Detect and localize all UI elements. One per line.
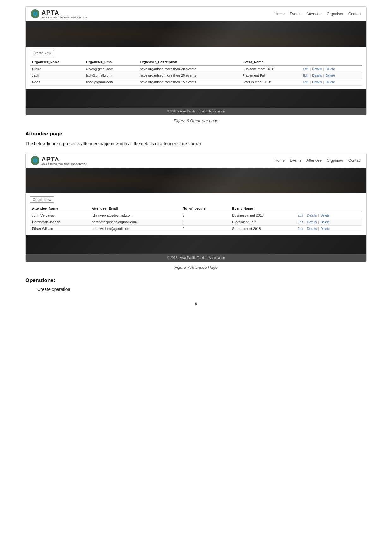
organiser-footer: © 2018 - Asia Pacific Tourism Associatio… bbox=[26, 108, 366, 115]
organiser-actions-1: Edit | Details | Delete bbox=[301, 72, 362, 79]
nav-events[interactable]: Events bbox=[290, 12, 301, 16]
organiser-event-0: Business meet 2018 bbox=[241, 65, 301, 72]
details-link-1[interactable]: Details bbox=[312, 74, 322, 77]
organiser-desc-1: have organised more then 25 events bbox=[138, 72, 241, 79]
operations-heading: Operations: bbox=[25, 277, 367, 284]
table-row: Noah noah@gmail.com have organised more … bbox=[30, 79, 362, 86]
attendee-section-para: The below figure represents attendee pag… bbox=[25, 140, 367, 147]
att-nav-events[interactable]: Events bbox=[290, 158, 301, 163]
col-organiser-description: Organiser_Description bbox=[138, 59, 241, 65]
attendee-nav-links: Home Events Attendee Organiser Contact bbox=[274, 158, 361, 163]
attendee-table: Attendee_Name Attendee_Email No_of_peopl… bbox=[30, 205, 362, 232]
organiser-bottom-hero bbox=[26, 89, 366, 108]
att-people-0: 7 bbox=[181, 212, 230, 219]
delete-link-0[interactable]: Delete bbox=[326, 67, 335, 71]
organiser-table: Organiser_Name Organiser_Email Organiser… bbox=[30, 59, 362, 86]
organiser-hero bbox=[26, 21, 366, 47]
organiser-caption: Figure 6 Organiser page bbox=[25, 118, 367, 123]
attendee-logo-subtitle: ASIA PACIFIC TOURISM ASSOCIATION bbox=[41, 163, 87, 165]
nav-contact[interactable]: Contact bbox=[348, 12, 361, 16]
edit-link-0[interactable]: Edit bbox=[303, 67, 308, 71]
attendee-caption: Figure 7 Attendee Page bbox=[25, 265, 367, 270]
att-details-2[interactable]: Details bbox=[307, 227, 317, 231]
logo-text: APTA bbox=[41, 9, 59, 16]
op-text-1: Create operation bbox=[37, 287, 70, 292]
organiser-email-2: noah@gmail.com bbox=[84, 79, 138, 86]
att-email-2: ethanwilliam@gmail.com bbox=[90, 226, 181, 232]
nav-home[interactable]: Home bbox=[274, 12, 285, 16]
organiser-name-2: Noah bbox=[30, 79, 84, 86]
organiser-event-2: Startup meet 2018 bbox=[241, 79, 301, 86]
attendee-nav: 🌐 APTA ASIA PACIFIC TOURISM ASSOCIATION … bbox=[26, 153, 366, 168]
attendee-bottom-hero bbox=[26, 235, 366, 254]
att-nav-home[interactable]: Home bbox=[274, 158, 285, 163]
attendee-logo-text-block: APTA ASIA PACIFIC TOURISM ASSOCIATION bbox=[41, 156, 87, 165]
att-nav-organiser[interactable]: Organiser bbox=[327, 158, 343, 163]
att-details-0[interactable]: Details bbox=[307, 214, 317, 217]
app-logo: 🌐 APTA ASIA PACIFIC TOURISM ASSOCIATION bbox=[31, 9, 87, 19]
organiser-table-header: Organiser_Name Organiser_Email Organiser… bbox=[30, 59, 362, 65]
nav-organiser[interactable]: Organiser bbox=[327, 12, 343, 16]
organiser-actions-0: Edit | Details | Delete bbox=[301, 65, 362, 72]
col-organiser-name: Organiser_Name bbox=[30, 59, 84, 65]
att-delete-0[interactable]: Delete bbox=[320, 214, 329, 217]
attendee-section-heading: Attendee page bbox=[25, 131, 367, 137]
details-link-2[interactable]: Details bbox=[312, 81, 322, 84]
att-actions-0: Edit | Details | Delete bbox=[296, 212, 362, 219]
att-edit-2[interactable]: Edit bbox=[298, 227, 303, 231]
att-event-2: Startup meet 2018 bbox=[230, 226, 296, 232]
logo-subtitle: ASIA PACIFIC TOURISM ASSOCIATION bbox=[41, 16, 87, 19]
organiser-content: Create New Organiser_Name Organiser_Emai… bbox=[26, 47, 366, 89]
attendee-footer: © 2018 - Asia Pacific Tourism Associatio… bbox=[26, 254, 366, 262]
table-row: Jack jack@gmail.com have organised more … bbox=[30, 72, 362, 79]
att-name-0: John Vervatos bbox=[30, 212, 90, 219]
att-delete-1[interactable]: Delete bbox=[320, 220, 329, 224]
attendee-logo-icon: 🌐 bbox=[31, 156, 39, 165]
organiser-actions-2: Edit | Details | Delete bbox=[301, 79, 362, 86]
att-email-1: harringtonjoseph@gmail.com bbox=[90, 219, 181, 226]
details-link-0[interactable]: Details bbox=[312, 67, 322, 71]
col-attendee-name: Attendee_Name bbox=[30, 205, 90, 212]
page-number: 9 bbox=[25, 301, 367, 306]
attendee-screenshot: 🌐 APTA ASIA PACIFIC TOURISM ASSOCIATION … bbox=[25, 153, 367, 262]
organiser-screenshot: 🌐 APTA ASIA PACIFIC TOURISM ASSOCIATION … bbox=[25, 6, 367, 115]
col-organiser-email: Organiser_Email bbox=[84, 59, 138, 65]
organiser-event-1: Placement Fair bbox=[241, 72, 301, 79]
edit-link-1[interactable]: Edit bbox=[303, 74, 308, 77]
att-people-1: 3 bbox=[181, 219, 230, 226]
table-row: Oliver oliver@gmail.com have organised m… bbox=[30, 65, 362, 72]
att-email-0: johnnvervatos@gmail.com bbox=[90, 212, 181, 219]
att-edit-1[interactable]: Edit bbox=[298, 220, 303, 224]
organiser-desc-0: have organised more than 20 events bbox=[138, 65, 241, 72]
col-actions bbox=[301, 59, 362, 65]
table-row: Harrington Joseph harringtonjoseph@gmail… bbox=[30, 219, 362, 226]
logo-icon: 🌐 bbox=[31, 9, 39, 18]
nav-attendee[interactable]: Attendee bbox=[306, 12, 322, 16]
attendee-content: Create New Attendee_Name Attendee_Email … bbox=[26, 193, 366, 235]
att-delete-2[interactable]: Delete bbox=[320, 227, 329, 231]
att-edit-0[interactable]: Edit bbox=[298, 214, 303, 217]
att-actions-2: Edit | Details | Delete bbox=[296, 226, 362, 232]
organiser-email-0: oliver@gmail.com bbox=[84, 65, 138, 72]
page-container: 🌐 APTA ASIA PACIFIC TOURISM ASSOCIATION … bbox=[0, 0, 392, 312]
att-name-1: Harrington Joseph bbox=[30, 219, 90, 226]
attendee-app-logo: 🌐 APTA ASIA PACIFIC TOURISM ASSOCIATION bbox=[31, 156, 87, 165]
att-details-1[interactable]: Details bbox=[307, 220, 317, 224]
col-att-actions bbox=[296, 205, 362, 212]
attendee-table-header: Attendee_Name Attendee_Email No_of_peopl… bbox=[30, 205, 362, 212]
table-row: Ethan William ethanwilliam@gmail.com 2 S… bbox=[30, 226, 362, 232]
att-nav-contact[interactable]: Contact bbox=[348, 158, 361, 163]
edit-link-2[interactable]: Edit bbox=[303, 81, 308, 84]
att-people-2: 2 bbox=[181, 226, 230, 232]
att-nav-attendee[interactable]: Attendee bbox=[306, 158, 322, 163]
organiser-email-1: jack@gmail.com bbox=[84, 72, 138, 79]
organiser-desc-2: have organised more then 15 events bbox=[138, 79, 241, 86]
organiser-create-button[interactable]: Create New bbox=[30, 50, 54, 56]
delete-link-2[interactable]: Delete bbox=[326, 81, 335, 84]
organiser-name-0: Oliver bbox=[30, 65, 84, 72]
att-name-2: Ethan William bbox=[30, 226, 90, 232]
logo-text-block: APTA ASIA PACIFIC TOURISM ASSOCIATION bbox=[41, 9, 87, 19]
att-actions-1: Edit | Details | Delete bbox=[296, 219, 362, 226]
attendee-create-button[interactable]: Create New bbox=[30, 196, 54, 203]
delete-link-1[interactable]: Delete bbox=[326, 74, 335, 77]
